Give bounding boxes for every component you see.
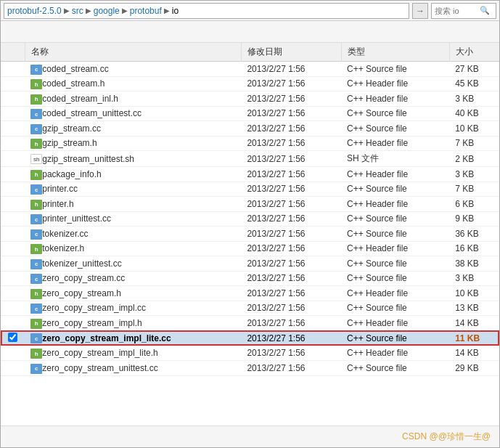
file-name: zero_copy_stream_impl_lite.cc xyxy=(42,333,171,343)
row-name-cell[interactable]: ctokenizer.cc xyxy=(25,227,241,242)
table-row[interactable]: czero_copy_stream.cc2013/2/27 1:56C++ So… xyxy=(1,271,499,286)
row-type-cell: C++ Header file xyxy=(341,241,449,256)
row-name-cell[interactable]: hzero_copy_stream.h xyxy=(25,286,241,301)
table-row[interactable]: hcoded_stream_inl.h2013/2/27 1:56C++ Hea… xyxy=(1,91,499,107)
row-checkbox-cell[interactable] xyxy=(1,241,25,256)
breadcrumb-arrow-3: ▶ xyxy=(164,7,170,15)
row-size-cell: 11 KB xyxy=(449,330,499,346)
table-row[interactable]: hprinter.h2013/2/27 1:56C++ Header file6… xyxy=(1,197,499,212)
row-checkbox-cell[interactable] xyxy=(1,330,25,346)
row-checkbox-cell[interactable] xyxy=(1,91,25,107)
table-row[interactable]: ctokenizer.cc2013/2/27 1:56C++ Source fi… xyxy=(1,227,499,242)
file-icon: c xyxy=(30,213,42,225)
table-row[interactable]: hcoded_stream.h2013/2/27 1:56C++ Header … xyxy=(1,76,499,91)
row-checkbox-cell[interactable] xyxy=(1,197,25,212)
row-size-cell: 13 KB xyxy=(449,301,499,316)
row-name-cell[interactable]: hzero_copy_stream_impl.h xyxy=(25,316,241,331)
row-checkbox-cell[interactable] xyxy=(1,346,25,361)
table-row[interactable]: hzero_copy_stream_impl.h2013/2/27 1:56C+… xyxy=(1,316,499,331)
row-name-cell[interactable]: czero_copy_stream_impl_lite.cc xyxy=(25,330,241,346)
table-row[interactable]: hpackage_info.h2013/2/27 1:56C++ Header … xyxy=(1,167,499,182)
row-checkbox[interactable] xyxy=(8,333,17,342)
row-date-cell: 2013/2/27 1:56 xyxy=(241,256,341,272)
row-name-cell[interactable]: cgzip_stream.cc xyxy=(25,121,241,137)
breadcrumb-area[interactable]: protobuf-2.5.0 ▶ src ▶ google ▶ protobuf… xyxy=(4,3,409,19)
row-size-cell: 2 KB xyxy=(449,151,499,167)
row-name-cell[interactable]: cprinter.cc xyxy=(25,182,241,197)
row-type-cell: SH 文件 xyxy=(341,151,449,167)
row-type-cell: C++ Source file xyxy=(341,227,449,242)
row-checkbox-cell[interactable] xyxy=(1,182,25,197)
file-icon: h xyxy=(30,348,42,359)
file-name: tokenizer.cc xyxy=(42,229,88,239)
row-type-cell: C++ Header file xyxy=(341,136,449,151)
col-size-header[interactable]: 大小 xyxy=(449,43,499,62)
refresh-button[interactable]: → xyxy=(412,3,428,19)
file-list-container[interactable]: 名称 修改日期 类型 大小 ccoded_stream.cc2013/2/27 … xyxy=(1,43,499,425)
row-name-cell[interactable]: hprinter.h xyxy=(25,197,241,212)
row-checkbox-cell[interactable] xyxy=(1,62,25,77)
row-checkbox-cell[interactable] xyxy=(1,167,25,182)
table-row[interactable]: ccoded_stream.cc2013/2/27 1:56C++ Source… xyxy=(1,62,499,77)
row-checkbox-cell[interactable] xyxy=(1,286,25,301)
row-checkbox-cell[interactable] xyxy=(1,227,25,242)
row-checkbox-cell[interactable] xyxy=(1,271,25,286)
table-row[interactable]: cprinter_unittest.cc2013/2/27 1:56C++ So… xyxy=(1,211,499,227)
table-row[interactable]: hgzip_stream.h2013/2/27 1:56C++ Header f… xyxy=(1,136,499,151)
row-size-cell: 38 KB xyxy=(449,256,499,272)
row-date-cell: 2013/2/27 1:56 xyxy=(241,182,341,197)
table-row[interactable]: shgzip_stream_unittest.sh2013/2/27 1:56S… xyxy=(1,151,499,167)
row-checkbox-cell[interactable] xyxy=(1,76,25,91)
table-row[interactable]: cprinter.cc2013/2/27 1:56C++ Source file… xyxy=(1,182,499,197)
table-row[interactable]: czero_copy_stream_impl_lite.cc2013/2/27 … xyxy=(1,330,499,346)
table-row[interactable]: ctokenizer_unittest.cc2013/2/27 1:56C++ … xyxy=(1,256,499,272)
row-name-cell[interactable]: hzero_copy_stream_impl_lite.h xyxy=(25,346,241,361)
row-checkbox-cell[interactable] xyxy=(1,316,25,331)
row-name-cell[interactable]: ccoded_stream.cc xyxy=(25,62,241,77)
row-name-cell[interactable]: hpackage_info.h xyxy=(25,167,241,182)
col-type-header[interactable]: 类型 xyxy=(341,43,449,62)
col-date-header[interactable]: 修改日期 xyxy=(241,43,341,62)
file-icon: c xyxy=(30,228,42,240)
col-name-header[interactable]: 名称 xyxy=(25,43,241,62)
search-input[interactable] xyxy=(435,7,478,15)
table-row[interactable]: hzero_copy_stream.h2013/2/27 1:56C++ Hea… xyxy=(1,286,499,301)
row-checkbox-cell[interactable] xyxy=(1,121,25,137)
row-checkbox-cell[interactable] xyxy=(1,256,25,272)
row-name-cell[interactable]: czero_copy_stream_unittest.cc xyxy=(25,361,241,376)
row-checkbox-cell[interactable] xyxy=(1,106,25,121)
row-name-cell[interactable]: hcoded_stream_inl.h xyxy=(25,91,241,107)
table-row[interactable]: czero_copy_stream_unittest.cc2013/2/27 1… xyxy=(1,361,499,376)
table-row[interactable]: hzero_copy_stream_impl_lite.h2013/2/27 1… xyxy=(1,346,499,361)
row-checkbox-cell[interactable] xyxy=(1,136,25,151)
row-size-cell: 36 KB xyxy=(449,227,499,242)
row-name-cell[interactable]: hgzip_stream.h xyxy=(25,136,241,151)
breadcrumb-item-1[interactable]: src xyxy=(72,6,83,16)
row-checkbox-cell[interactable] xyxy=(1,211,25,227)
table-row[interactable]: cgzip_stream.cc2013/2/27 1:56C++ Source … xyxy=(1,121,499,137)
row-name-cell[interactable]: ccoded_stream_unittest.cc xyxy=(25,106,241,121)
row-name-cell[interactable]: czero_copy_stream_impl.cc xyxy=(25,301,241,316)
row-checkbox-cell[interactable] xyxy=(1,151,25,167)
row-name-cell[interactable]: shgzip_stream_unittest.sh xyxy=(25,151,241,167)
search-area: 🔍 xyxy=(431,3,496,19)
breadcrumb-item-2[interactable]: google xyxy=(94,6,120,16)
row-checkbox-cell[interactable] xyxy=(1,301,25,316)
row-type-cell: C++ Source file xyxy=(341,361,449,376)
row-type-cell: C++ Source file xyxy=(341,62,449,77)
row-size-cell: 16 KB xyxy=(449,241,499,256)
breadcrumb-item-3[interactable]: protobuf xyxy=(130,6,162,16)
watermark-text: CSDN @@珍惜一生@ xyxy=(402,431,491,443)
table-row[interactable]: htokenizer.h2013/2/27 1:56C++ Header fil… xyxy=(1,241,499,256)
breadcrumb-item-0[interactable]: protobuf-2.5.0 xyxy=(7,6,62,16)
file-icon: h xyxy=(30,168,42,180)
row-name-cell[interactable]: cprinter_unittest.cc xyxy=(25,211,241,227)
row-name-cell[interactable]: hcoded_stream.h xyxy=(25,76,241,91)
row-checkbox-cell[interactable] xyxy=(1,361,25,376)
row-name-cell[interactable]: ctokenizer_unittest.cc xyxy=(25,256,241,272)
row-name-cell[interactable]: htokenizer.h xyxy=(25,241,241,256)
file-name: tokenizer_unittest.cc xyxy=(42,258,121,269)
row-name-cell[interactable]: czero_copy_stream.cc xyxy=(25,271,241,286)
table-row[interactable]: czero_copy_stream_impl.cc2013/2/27 1:56C… xyxy=(1,301,499,316)
table-row[interactable]: ccoded_stream_unittest.cc2013/2/27 1:56C… xyxy=(1,106,499,121)
